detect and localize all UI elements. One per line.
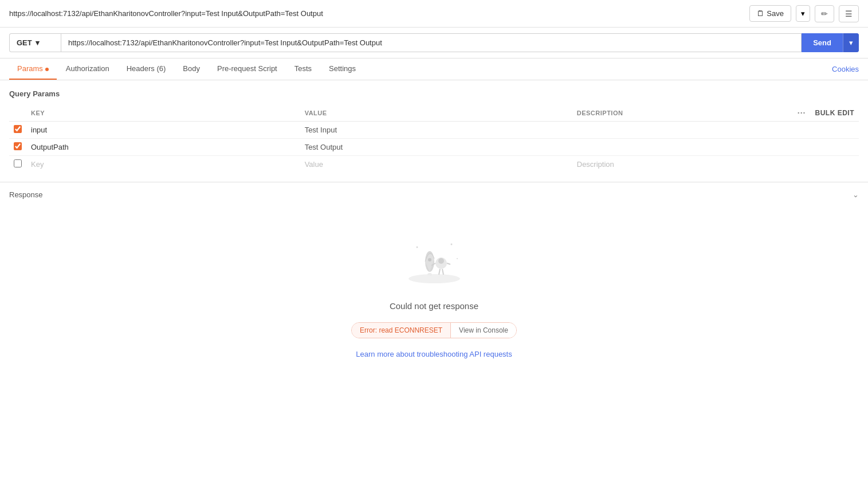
- svg-line-8: [442, 269, 443, 275]
- svg-line-7: [439, 269, 440, 275]
- send-dropdown-button[interactable]: ▾: [843, 33, 859, 52]
- edit-button[interactable]: ✏: [815, 5, 834, 22]
- param-key-1[interactable]: input: [26, 122, 300, 139]
- save-button[interactable]: 🗒 Save: [749, 5, 791, 22]
- save-dropdown-button[interactable]: ▾: [796, 5, 810, 22]
- more-options-icon[interactable]: ···: [798, 108, 806, 118]
- row-checkbox-empty[interactable]: [14, 159, 22, 167]
- col-header-actions: ··· Bulk Edit: [793, 105, 859, 122]
- tab-body[interactable]: Body: [175, 58, 208, 80]
- error-badge: Error: read ECONNRESET View in Console: [351, 322, 517, 338]
- method-chevron: ▾: [36, 38, 40, 47]
- response-chevron-icon: ⌄: [853, 190, 859, 199]
- col-header-key: KEY: [26, 105, 300, 122]
- tab-headers[interactable]: Headers (6): [119, 58, 174, 80]
- request-bar: GET ▾ Send ▾: [0, 28, 868, 58]
- response-title: Response: [9, 190, 43, 199]
- send-button-group: Send ▾: [802, 33, 859, 52]
- response-section: Response ⌄: [0, 182, 868, 393]
- svg-point-0: [409, 274, 460, 283]
- cookies-link[interactable]: Cookies: [832, 59, 859, 79]
- method-label: GET: [17, 38, 32, 47]
- error-text: Error: read ECONNRESET: [352, 323, 450, 338]
- table-row: input Test Input: [9, 122, 859, 139]
- param-value-placeholder[interactable]: Value: [300, 156, 572, 173]
- col-header-value: VALUE: [300, 105, 572, 122]
- svg-point-10: [450, 244, 452, 245]
- query-params-title: Query Params: [9, 89, 859, 98]
- view-console-button[interactable]: View in Console: [450, 323, 516, 338]
- tab-pre-request[interactable]: Pre-request Script: [209, 58, 285, 80]
- method-selector[interactable]: GET ▾: [9, 33, 61, 52]
- bulk-edit-button[interactable]: Bulk Edit: [815, 109, 855, 117]
- tabs-bar: Params Authorization Headers (6) Body Pr…: [0, 58, 868, 80]
- tab-params[interactable]: Params: [9, 58, 57, 80]
- col-header-description: DESCRIPTION: [572, 105, 793, 122]
- svg-point-4: [438, 258, 444, 264]
- no-response-illustration: [400, 230, 469, 287]
- svg-point-2: [428, 258, 431, 261]
- svg-point-13: [426, 275, 431, 279]
- table-row: OutputPath Test Output: [9, 139, 859, 156]
- send-button[interactable]: Send: [802, 33, 843, 52]
- tab-authorization[interactable]: Authorization: [58, 58, 117, 80]
- param-desc-1[interactable]: [572, 122, 793, 139]
- svg-line-6: [447, 263, 450, 264]
- no-response-text: Could not get response: [390, 301, 478, 311]
- param-key-2[interactable]: OutputPath: [26, 139, 300, 156]
- table-row-empty: Key Value Description: [9, 156, 859, 173]
- top-bar-actions: 🗒 Save ▾ ✏ ☰: [749, 5, 859, 22]
- params-table: KEY VALUE DESCRIPTION ··· Bulk Edit inpu…: [9, 105, 859, 173]
- top-bar: https://localhost:7132/api/EthanKhariton…: [0, 0, 868, 28]
- row-checkbox-2[interactable]: [14, 142, 22, 150]
- save-icon: 🗒: [757, 9, 764, 18]
- params-section: Query Params KEY VALUE DESCRIPTION ··· B…: [0, 80, 868, 182]
- svg-point-9: [416, 247, 418, 248]
- row-checkbox-1[interactable]: [14, 125, 22, 133]
- param-desc-placeholder[interactable]: Description: [572, 156, 793, 173]
- tab-tests[interactable]: Tests: [286, 58, 320, 80]
- param-key-placeholder[interactable]: Key: [26, 156, 300, 173]
- troubleshoot-link[interactable]: Learn more about troubleshooting API req…: [356, 350, 512, 358]
- request-title: https://localhost:7132/api/EthanKhariton…: [9, 9, 749, 18]
- doc-button[interactable]: ☰: [839, 5, 859, 22]
- param-value-2[interactable]: Test Output: [300, 139, 572, 156]
- param-desc-2[interactable]: [572, 139, 793, 156]
- param-value-1[interactable]: Test Input: [300, 122, 572, 139]
- tab-settings[interactable]: Settings: [321, 58, 364, 80]
- response-header[interactable]: Response ⌄: [0, 182, 868, 207]
- url-input[interactable]: [61, 33, 802, 52]
- svg-point-11: [457, 258, 458, 259]
- response-body: Could not get response Error: read ECONN…: [0, 207, 868, 393]
